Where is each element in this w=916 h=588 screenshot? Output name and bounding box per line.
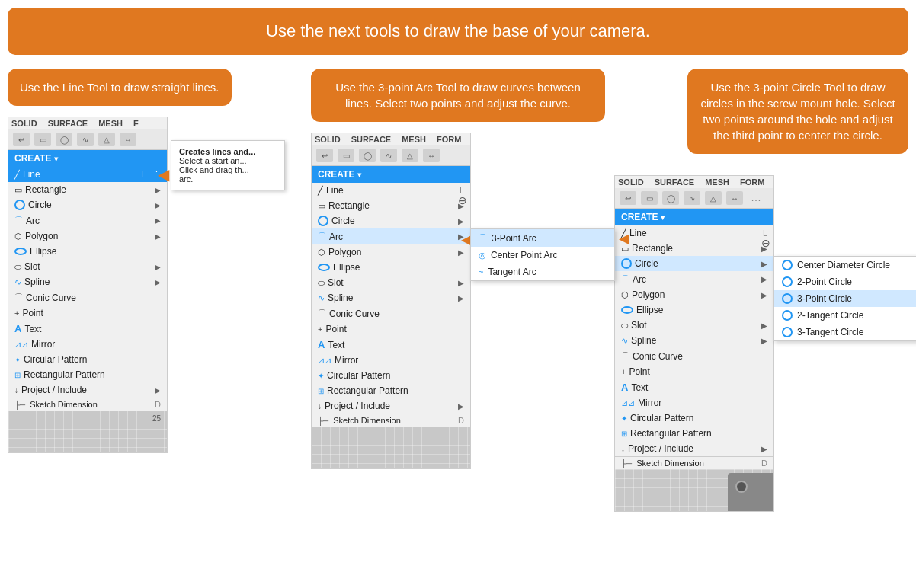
- menu-circular-2[interactable]: ✦Circular Pattern: [312, 368, 470, 383]
- menu-ellipse-3[interactable]: Ellipse: [615, 302, 773, 318]
- arc-icon-1: ⌒: [479, 232, 487, 244]
- menu-line-1[interactable]: ╱ Line L ⋮ ◀: [8, 167, 167, 182]
- menu-polygon-1[interactable]: ⬡Polygon ▶: [8, 228, 167, 244]
- menu-ellipse-2[interactable]: Ellipse: [312, 260, 470, 275]
- menu-polygon-3[interactable]: ⬡Polygon ▶: [615, 287, 773, 302]
- menu-rectangle-2[interactable]: ▭Rectangle ▶: [312, 198, 470, 213]
- bubble-line: Use the Line Tool to draw straight lines…: [8, 69, 232, 106]
- menu-slot-2[interactable]: ⬭Slot ▶: [312, 275, 470, 290]
- submenu-3tangent[interactable]: 3-Tangent Circle: [774, 324, 916, 340]
- menu-conic-3[interactable]: ⌒Conic Curve: [615, 348, 773, 364]
- menu-circle-1[interactable]: Circle ▶: [8, 197, 167, 213]
- tab-surface-1[interactable]: SURFACE: [48, 119, 88, 128]
- tab-surface-3[interactable]: SURFACE: [655, 177, 695, 187]
- menu-rectangle-3[interactable]: ▭Rectangle ▶: [615, 241, 773, 256]
- tab-solid-3[interactable]: SOLID: [618, 177, 644, 187]
- dim-icon-3[interactable]: ↔: [726, 191, 743, 205]
- tab-surface-2[interactable]: SURFACE: [351, 135, 392, 144]
- menu-point-1[interactable]: +Point: [8, 305, 167, 321]
- menu-slot-3[interactable]: ⬭Slot ▶: [615, 318, 773, 333]
- undo-icon-3[interactable]: ↩: [620, 191, 636, 205]
- menu-mirror-3[interactable]: ⊿⊿Mirror: [615, 395, 773, 411]
- menu-polygon-2[interactable]: ⬡Polygon ▶: [312, 244, 470, 260]
- menu-arc-1[interactable]: ⌒Arc ▶: [8, 213, 167, 228]
- menu-ellipse-1[interactable]: Ellipse: [8, 244, 167, 259]
- undo-icon-2[interactable]: ↩: [316, 149, 333, 162]
- menu-point-2[interactable]: +Point: [312, 321, 470, 337]
- undo-icon[interactable]: ↩: [13, 133, 30, 146]
- submenu-center-diam[interactable]: Center Diameter Circle C: [774, 257, 916, 273]
- tab-mesh-2[interactable]: MESH: [402, 135, 426, 144]
- menu-rectangular-1[interactable]: ⊞Rectangular Pattern: [8, 367, 167, 382]
- rect-icon-3[interactable]: ▭: [641, 191, 658, 205]
- submenu-tangent-arc[interactable]: ~ Tangent Arc: [471, 264, 614, 280]
- menu-rectangular-3[interactable]: ⊞Rectangular Pattern: [615, 426, 773, 441]
- rect-icon-2[interactable]: ▭: [338, 149, 354, 162]
- menu-circle-2[interactable]: Circle ▶: [312, 213, 470, 228]
- tab-form-3[interactable]: FORM: [740, 177, 764, 187]
- create-bar-1[interactable]: CREATE: [8, 150, 167, 167]
- create-label-3: CREATE: [621, 212, 658, 222]
- circle-icon-tb-3[interactable]: ◯: [662, 191, 679, 205]
- expand-icon-3: …: [751, 191, 761, 205]
- tooltip-line1: Creates lines and...: [179, 147, 277, 156]
- panel-grid-1: 25: [8, 411, 167, 452]
- tab-solid-2[interactable]: SOLID: [315, 135, 341, 144]
- grid-number-1: 25: [152, 414, 161, 423]
- submenu-center-arc[interactable]: ◎ Center Point Arc: [471, 247, 614, 264]
- sketch-dim-icon-2: ├─: [318, 417, 328, 425]
- menu-project-3[interactable]: ↓Project / Include ▶: [615, 441, 773, 456]
- menu-text-2[interactable]: AText: [312, 337, 470, 353]
- menu-conic-1[interactable]: ⌒Conic Curve: [8, 289, 167, 305]
- menu-line-2[interactable]: ╱Line L: [312, 183, 470, 198]
- menu-slot-1[interactable]: ⬭Slot ▶: [8, 259, 167, 274]
- menu-spline-1[interactable]: ∿Spline ▶: [8, 274, 167, 289]
- tab-solid-1[interactable]: SOLID: [11, 119, 37, 128]
- circle-icon-tb[interactable]: ◯: [56, 133, 72, 146]
- rect-icon[interactable]: ▭: [34, 133, 51, 146]
- menu-text-3[interactable]: AText: [615, 379, 773, 395]
- submenu-3point-arc[interactable]: ⌒ 3-Point Arc ◀: [471, 229, 614, 247]
- curve-icon-3[interactable]: ∿: [684, 191, 700, 205]
- menu-rectangular-2[interactable]: ⊞Rectangular Pattern: [312, 383, 470, 398]
- tri-icon-3[interactable]: △: [705, 191, 722, 205]
- menu-spline-2[interactable]: ∿Spline ▶: [312, 290, 470, 305]
- menu-project-2[interactable]: ↓Project / Include ▶: [312, 398, 470, 414]
- menu-point-3[interactable]: +Point: [615, 364, 773, 379]
- tab-mesh-3[interactable]: MESH: [705, 177, 729, 187]
- tri-icon[interactable]: △: [98, 133, 115, 146]
- menu-rectangle-1[interactable]: ▭Rectangle ▶: [8, 182, 167, 197]
- create-bar-3[interactable]: CREATE: [615, 209, 773, 225]
- curve-icon-2[interactable]: ∿: [380, 149, 397, 162]
- create-bar-2[interactable]: CREATE: [312, 166, 470, 183]
- sketch-dim-label-1: Sketch Dimension: [30, 400, 98, 409]
- submenu-2tangent[interactable]: 2-Tangent Circle: [774, 307, 916, 324]
- col-line: Use the Line Tool to draw straight lines…: [8, 69, 302, 453]
- menu-circular-3[interactable]: ✦Circular Pattern: [615, 411, 773, 426]
- menu-line-3[interactable]: ╱Line L: [615, 225, 773, 241]
- dismiss-icon-2[interactable]: ⊖: [458, 194, 467, 206]
- menu-arc-3[interactable]: ⌒Arc ▶: [615, 271, 773, 287]
- menu-circle-3[interactable]: Circle ▶ Center Diameter Circle C 2: [615, 256, 773, 271]
- menu-arc-2[interactable]: ⌒Arc ▶ ◀ ⌒ 3-Point Arc ◀: [312, 228, 470, 244]
- submenu-2point[interactable]: 2-Point Circle: [774, 273, 916, 290]
- menu-text-1[interactable]: AText: [8, 321, 167, 337]
- circle-icon-tb-2[interactable]: ◯: [359, 149, 376, 162]
- dim-icon-2[interactable]: ↔: [423, 149, 440, 162]
- curve-icon[interactable]: ∿: [77, 133, 94, 146]
- tab-mesh-1[interactable]: MESH: [98, 119, 123, 128]
- dismiss-icon-3[interactable]: ⊖: [761, 237, 770, 249]
- menu-mirror-2[interactable]: ⊿⊿Mirror: [312, 353, 470, 368]
- menu-project-1[interactable]: ↓Project / Include ▶: [8, 382, 167, 398]
- menu-spline-3[interactable]: ∿Spline ▶: [615, 333, 773, 348]
- dim-icon[interactable]: ↔: [120, 133, 136, 146]
- menu-conic-2[interactable]: ⌒Conic Curve: [312, 305, 470, 321]
- circle-icon-s3: [782, 293, 793, 304]
- tab-form-1[interactable]: F: [133, 119, 139, 128]
- submenu-arc: ⌒ 3-Point Arc ◀ ◎ Center Point Arc ~: [470, 228, 615, 281]
- tab-form-2[interactable]: FORM: [437, 135, 461, 144]
- menu-circular-1[interactable]: ✦Circular Pattern: [8, 352, 167, 367]
- submenu-3point-circle[interactable]: 3-Point Circle ◀: [774, 290, 916, 307]
- menu-mirror-1[interactable]: ⊿⊿Mirror: [8, 337, 167, 352]
- tri-icon-2[interactable]: △: [402, 149, 418, 162]
